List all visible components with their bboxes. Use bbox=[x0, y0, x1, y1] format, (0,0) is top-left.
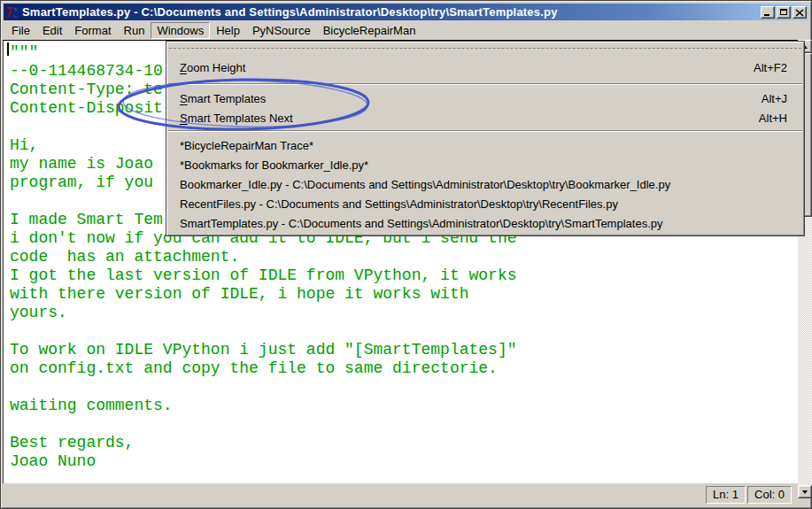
python-icon[interactable] bbox=[5, 5, 19, 19]
code-line: I got the last version of IDLE from VPyt… bbox=[10, 266, 798, 285]
maximize-button[interactable] bbox=[777, 6, 791, 19]
menu-item-bookmarks-for-bookmarker-idle-py[interactable]: *Bookmarks for Bookmarker_Idle.py* bbox=[167, 155, 803, 174]
menubar-item-windows[interactable]: Windows bbox=[151, 22, 210, 39]
menubar-item-file[interactable]: File bbox=[5, 22, 36, 39]
menu-item-smarttemplates-py-c-documents-and-settin[interactable]: SmartTemplates.py - C:\Documents and Set… bbox=[167, 213, 803, 233]
minimize-icon bbox=[764, 14, 769, 16]
menu-item-accelerator: Alt+H bbox=[741, 112, 787, 125]
menu-bar: FileEditFormatRunWindowsHelpPyNSourceBic… bbox=[4, 20, 808, 40]
menu-item-label: SmartTemplates.py - C:\Documents and Set… bbox=[180, 217, 662, 230]
menu-item-label: Smart Templates Next bbox=[180, 112, 293, 125]
menu-item-smart-templates[interactable]: Smart TemplatesAlt+J bbox=[167, 89, 803, 108]
menu-tearoff-handle[interactable] bbox=[169, 44, 801, 49]
menu-item-accelerator: Alt+F2 bbox=[736, 61, 787, 74]
code-line: with there version of IDLE, i hope it wo… bbox=[10, 285, 798, 304]
title-bar: SmartTemplates.py - C:\Documents and Set… bbox=[4, 4, 808, 20]
menu-item-label: Zoom Height bbox=[180, 61, 245, 74]
code-line bbox=[10, 378, 798, 397]
menubar-item-run[interactable]: Run bbox=[118, 22, 151, 39]
status-bar: Ln: 1 Col: 0 bbox=[3, 483, 809, 505]
triangle-down-icon bbox=[802, 490, 808, 494]
menu-item-smart-templates-next[interactable]: Smart Templates NextAlt+H bbox=[167, 108, 803, 127]
menu-item-label: Bookmarker_Idle.py - C:\Documents and Se… bbox=[180, 178, 670, 191]
code-line: waiting comments. bbox=[10, 397, 798, 415]
menubar-item-edit[interactable]: Edit bbox=[36, 22, 68, 39]
window-title: SmartTemplates.py - C:\Documents and Set… bbox=[22, 5, 759, 19]
menu-item-bookmarker-idle-py-c-documents-and-setti[interactable]: Bookmarker_Idle.py - C:\Documents and Se… bbox=[167, 174, 803, 194]
maximize-icon bbox=[780, 9, 787, 15]
menu-item-recentfiles-py-c-documents-and-settings-[interactable]: RecentFiles.py - C:\Documents and Settin… bbox=[167, 194, 803, 213]
code-line: yours. bbox=[10, 304, 798, 322]
menubar-item-pynsource[interactable]: PyNSource bbox=[246, 22, 317, 39]
code-line: To work on IDLE VPython i just add "[Sma… bbox=[10, 341, 798, 359]
menubar-item-help[interactable]: Help bbox=[210, 22, 246, 39]
code-line: on config.txt and copy the file to same … bbox=[10, 359, 798, 378]
menu-item-label: Smart Templates bbox=[180, 92, 266, 105]
menu-item-label: *BicycleRepairMan Trace* bbox=[180, 139, 313, 152]
code-line bbox=[10, 415, 798, 434]
menu-item-label: *Bookmarks for Bookmarker_Idle.py* bbox=[180, 158, 368, 172]
column-indicator: Col: 0 bbox=[747, 486, 792, 504]
close-button[interactable] bbox=[793, 6, 807, 19]
menu-item-accelerator: Alt+J bbox=[744, 92, 787, 105]
menu-separator bbox=[168, 83, 802, 85]
windows-menu-dropdown: Zoom HeightAlt+F2Smart TemplatesAlt+JSma… bbox=[166, 41, 805, 236]
close-icon bbox=[795, 9, 804, 17]
menubar-item-format[interactable]: Format bbox=[68, 22, 117, 39]
menubar-item-bicyclerepairman[interactable]: BicycleRepairMan bbox=[317, 22, 422, 39]
code-line: Joao Nuno bbox=[10, 452, 798, 471]
code-line: Best regards, bbox=[10, 434, 798, 452]
line-indicator: Ln: 1 bbox=[706, 486, 746, 504]
minimize-button[interactable] bbox=[761, 6, 775, 19]
menu-item-label: RecentFiles.py - C:\Documents and Settin… bbox=[180, 197, 618, 211]
menu-item-bicyclerepairman-trace[interactable]: *BicycleRepairMan Trace* bbox=[167, 135, 803, 155]
menu-item-zoom-height[interactable]: Zoom HeightAlt+F2 bbox=[167, 54, 803, 81]
code-line: code has an attachment. bbox=[10, 248, 798, 266]
menu-separator bbox=[168, 130, 802, 132]
code-line bbox=[10, 322, 798, 341]
text-cursor bbox=[7, 42, 9, 56]
scroll-down-button[interactable] bbox=[798, 485, 812, 498]
idle-editor-window: SmartTemplates.py - C:\Documents and Set… bbox=[0, 0, 812, 509]
